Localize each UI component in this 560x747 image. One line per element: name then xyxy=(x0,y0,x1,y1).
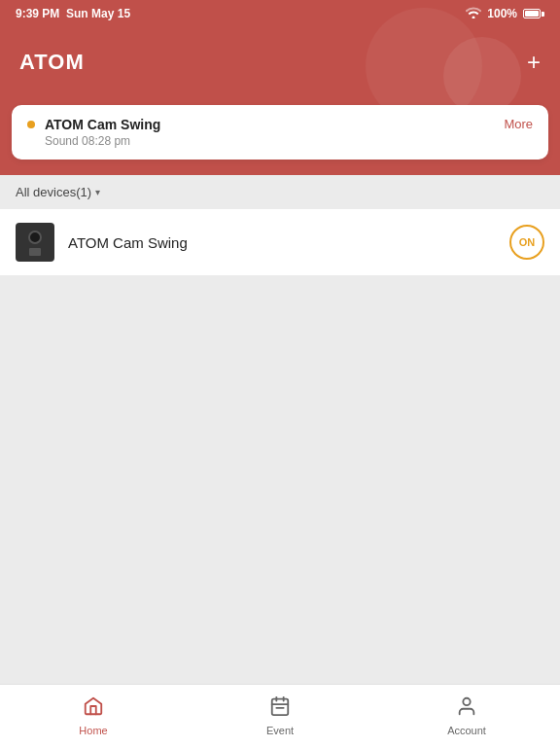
home-icon xyxy=(83,695,104,722)
event-icon xyxy=(269,695,291,722)
battery-percent: 100% xyxy=(487,7,517,20)
status-time-date: 9:39 PM Sun May 15 xyxy=(16,7,130,20)
notification-card[interactable]: ATOM Cam Swing Sound 08:28 pm More xyxy=(12,105,548,160)
notification-more-button[interactable]: More xyxy=(504,117,533,131)
tab-home[interactable]: Home xyxy=(0,695,187,736)
device-item[interactable]: ATOM Cam Swing ON xyxy=(0,209,560,275)
device-status-badge[interactable]: ON xyxy=(509,225,544,260)
chevron-down-icon: ▾ xyxy=(95,187,100,197)
devices-filter-bar: All devices(1) ▾ xyxy=(0,175,560,209)
tab-event[interactable]: Event xyxy=(187,695,373,736)
main-content-area xyxy=(0,275,560,747)
add-device-button[interactable]: + xyxy=(527,51,541,74)
notification-text: ATOM Cam Swing Sound 08:28 pm xyxy=(45,117,160,148)
camera-lens-icon xyxy=(28,231,42,244)
wifi-icon xyxy=(466,7,481,21)
device-thumbnail xyxy=(16,223,54,262)
battery-icon xyxy=(523,9,544,18)
tab-account[interactable]: Account xyxy=(373,695,560,736)
device-name: ATOM Cam Swing xyxy=(68,234,496,251)
notification-dot xyxy=(27,121,35,128)
app-logo: ATOM xyxy=(19,50,85,75)
tab-home-label: Home xyxy=(79,725,107,736)
status-bar: 9:39 PM Sun May 15 100% xyxy=(0,0,560,27)
account-icon xyxy=(456,695,477,722)
tab-bar: Home Event Account xyxy=(0,684,560,747)
notification-title: ATOM Cam Swing xyxy=(45,117,160,132)
tab-event-label: Event xyxy=(266,725,294,736)
svg-point-5 xyxy=(463,698,470,705)
app-header: ATOM + xyxy=(0,27,560,97)
notification-content: ATOM Cam Swing Sound 08:28 pm xyxy=(27,117,160,148)
devices-filter-label[interactable]: All devices(1) xyxy=(16,185,91,199)
status-indicators: 100% xyxy=(466,7,544,21)
tab-account-label: Account xyxy=(447,725,486,736)
notification-subtitle: Sound 08:28 pm xyxy=(45,134,160,148)
